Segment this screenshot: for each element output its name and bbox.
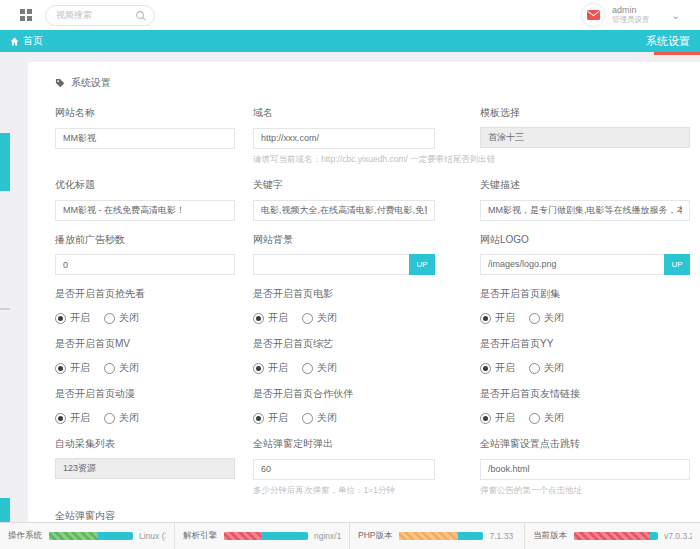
- seo-title-input[interactable]: [55, 200, 235, 221]
- panel-title: 系统设置: [71, 76, 111, 90]
- tag-icon: [55, 78, 65, 88]
- user-role: 管理员设置: [612, 16, 650, 24]
- left-strip-divider: [0, 308, 10, 310]
- toggle-links-field: 是否开启首页友情链接 开启关闭: [480, 387, 690, 425]
- site-bg-input[interactable]: [253, 254, 409, 275]
- domain-help: 请填写当前域名：http://cbc.yixuedh.com/ 一定要带结尾否则…: [253, 154, 435, 166]
- toggle-partner-field: 是否开启首页合作伙伴 开启关闭: [253, 387, 435, 425]
- tab-system-settings[interactable]: 系统设置: [646, 34, 690, 49]
- toggle-movie-field: 是否开启首页电影 开启关闭: [253, 287, 435, 325]
- domain-input[interactable]: [253, 128, 435, 149]
- popup-interval-field: 全站弹窗定时弹出 多少分钟后再次弹窗，单位：1=1分钟: [253, 437, 435, 497]
- os-progress-bar: [49, 532, 133, 540]
- site-logo-field: 网站LOGO UP: [480, 233, 690, 276]
- toggle-yy-field: 是否开启首页YY 开启关闭: [480, 337, 690, 375]
- site-bg-upload-button[interactable]: UP: [409, 254, 435, 275]
- description-field: 关键描述: [480, 178, 690, 221]
- radio-on[interactable]: [253, 413, 264, 424]
- site-logo-input[interactable]: [480, 254, 664, 275]
- search-input[interactable]: [46, 10, 126, 20]
- ad-seconds-input[interactable]: [55, 254, 235, 275]
- radio-on[interactable]: [253, 363, 264, 374]
- site-name-field: 网站名称: [55, 106, 235, 166]
- radio-on[interactable]: [55, 363, 66, 374]
- radio-on[interactable]: [253, 313, 264, 324]
- breadcrumb-bar: 首页 系统设置: [0, 30, 700, 52]
- radio-on[interactable]: [55, 413, 66, 424]
- domain-field: 域名 请填写当前域名：http://cbc.yixuedh.com/ 一定要带结…: [253, 106, 435, 166]
- left-scroll-segment[interactable]: [0, 133, 10, 191]
- status-footer: 操作系统 Linux (3.10.0- 解析引擎 nginx/1.16.1 PH…: [0, 522, 700, 549]
- menu-grid-icon[interactable]: [20, 9, 33, 22]
- keywords-input[interactable]: [253, 200, 435, 221]
- collect-list-field: 自动采集列表 123资源: [55, 437, 235, 497]
- radio-off[interactable]: [302, 313, 313, 324]
- radio-off[interactable]: [302, 363, 313, 374]
- toggle-variety-field: 是否开启首页综艺 开启关闭: [253, 337, 435, 375]
- radio-off[interactable]: [104, 413, 115, 424]
- home-icon: [10, 37, 19, 46]
- envelope-icon: [587, 10, 600, 20]
- template-select[interactable]: 首涂十三: [480, 127, 690, 148]
- seo-title-field: 优化标题: [55, 178, 235, 221]
- popup-content-field: 全站弹窗内容 <h2 style="color: #FF00FF;">今日公告<…: [55, 509, 690, 523]
- radio-off[interactable]: [302, 413, 313, 424]
- footer-engine: 解析引擎 nginx/1.16.1: [175, 523, 350, 549]
- site-bg-field: 网站背景 UP: [253, 233, 435, 276]
- description-input[interactable]: [480, 200, 690, 221]
- toggle-mv-field: 是否开启首页MV 开启关闭: [55, 337, 235, 375]
- radio-off[interactable]: [529, 313, 540, 324]
- notification-button[interactable]: [582, 4, 604, 26]
- radio-off[interactable]: [529, 363, 540, 374]
- popup-jump-help: 弹窗公告的第一个点击地址: [480, 485, 690, 497]
- active-tab-indicator: [654, 52, 700, 55]
- chevron-down-icon[interactable]: ⌄: [672, 10, 680, 21]
- radio-off[interactable]: [529, 413, 540, 424]
- engine-progress-bar: [224, 532, 308, 540]
- site-logo-upload-button[interactable]: UP: [664, 254, 690, 275]
- footer-php: PHP版本 7.1.33: [350, 523, 525, 549]
- breadcrumb-home[interactable]: 首页: [10, 34, 43, 48]
- footer-version: 当前版本 v7.0.3.20200329: [525, 523, 700, 549]
- site-name-input[interactable]: [55, 128, 235, 149]
- ad-seconds-field: 播放前广告秒数: [55, 233, 235, 276]
- collect-list-select[interactable]: 123资源: [55, 458, 235, 479]
- version-progress-bar: [574, 532, 658, 540]
- search-icon[interactable]: [135, 10, 147, 22]
- popup-interval-input[interactable]: [253, 459, 435, 480]
- radio-on[interactable]: [55, 313, 66, 324]
- radio-on[interactable]: [480, 313, 491, 324]
- php-progress-bar: [399, 532, 483, 540]
- footer-os: 操作系统 Linux (3.10.0-: [0, 523, 175, 549]
- user-menu[interactable]: admin 管理员设置: [612, 6, 650, 24]
- template-field: 模板选择 首涂十三: [480, 106, 690, 166]
- video-search: [45, 5, 155, 26]
- radio-off[interactable]: [104, 313, 115, 324]
- toggle-anime-field: 是否开启首页动漫 开启关闭: [55, 387, 235, 425]
- popup-jump-field: 全站弹窗设置点击跳转 弹窗公告的第一个点击地址: [480, 437, 690, 497]
- popup-jump-input[interactable]: [480, 459, 690, 480]
- breadcrumb-home-label: 首页: [23, 34, 43, 48]
- popup-interval-help: 多少分钟后再次弹窗，单位：1=1分钟: [253, 485, 435, 497]
- keywords-field: 关键字: [253, 178, 435, 221]
- toggle-series-field: 是否开启首页剧集 开启关闭: [480, 287, 690, 325]
- radio-on[interactable]: [480, 413, 491, 424]
- radio-on[interactable]: [480, 363, 491, 374]
- radio-off[interactable]: [104, 363, 115, 374]
- toggle-preview-field: 是否开启首页抢先看 开启关闭: [55, 287, 235, 325]
- top-bar: admin 管理员设置 ⌄: [0, 0, 700, 30]
- settings-panel: 系统设置 网站名称 域名 请填写当前域名：http://cbc.yixuedh.…: [28, 62, 700, 522]
